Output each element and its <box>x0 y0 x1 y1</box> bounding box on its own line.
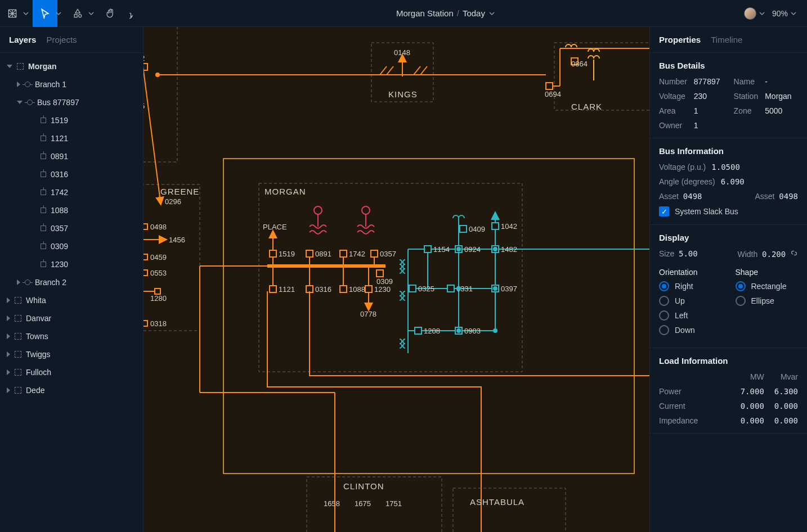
branch-icon <box>25 279 30 285</box>
tab-projects[interactable]: Projects <box>46 35 77 44</box>
section-bus-details: Bus Details Number 877897 Name - Voltage… <box>650 53 807 138</box>
radio-icon <box>736 296 746 306</box>
tab-properties[interactable]: Properties <box>659 35 701 44</box>
logo-menu[interactable] <box>0 0 33 27</box>
tree-station[interactable]: Whita <box>0 291 143 309</box>
label-angle: Angle (degrees) <box>659 177 715 186</box>
tree-node[interactable]: 1742 <box>0 183 143 201</box>
tree-station[interactable]: Fulloch <box>0 363 143 381</box>
radio-up[interactable]: Up <box>659 296 722 306</box>
hand-tool[interactable] <box>98 0 123 27</box>
svg-rect-27 <box>144 224 147 229</box>
tree-node[interactable]: 1519 <box>0 111 143 129</box>
tree-bus-877897[interactable]: Bus 877897 <box>0 93 143 111</box>
tree-station[interactable]: Twiggs <box>0 345 143 363</box>
tree-label: 1742 <box>51 188 68 197</box>
svg-text:PLACE: PLACE <box>263 223 287 231</box>
pointer-tool[interactable] <box>33 0 65 27</box>
user-menu[interactable] <box>744 7 765 20</box>
value-width[interactable]: 0.200 <box>762 250 786 259</box>
val-current-mw: 0.000 <box>741 402 764 411</box>
svg-text:1280: 1280 <box>150 294 167 303</box>
tree-branch-1[interactable]: Branch 1 <box>0 75 143 93</box>
tree-node[interactable]: 0357 <box>0 219 143 237</box>
radio-down[interactable]: Down <box>659 325 722 335</box>
svg-text:1456: 1456 <box>169 236 185 244</box>
comment-tool[interactable] <box>123 0 147 27</box>
tree-node[interactable]: 0891 <box>0 147 143 165</box>
caret-down-icon <box>7 65 12 68</box>
tree-node[interactable]: 1121 <box>0 129 143 147</box>
station-icon <box>15 369 21 376</box>
svg-rect-98 <box>447 285 454 292</box>
caret-right-icon <box>7 387 10 393</box>
svg-text:0924: 0924 <box>464 245 481 254</box>
tab-timeline[interactable]: Timeline <box>711 35 742 44</box>
svg-rect-60 <box>371 250 378 257</box>
layer-tree: Morgan Branch 1 Bus 877897 1519 1121 089… <box>0 53 143 404</box>
tree-label: Twiggs <box>26 350 51 359</box>
svg-rect-14 <box>546 83 553 89</box>
svg-rect-57 <box>340 250 347 257</box>
value-size[interactable]: 5.00 <box>679 249 698 258</box>
tree-station[interactable]: Danvar <box>0 309 143 327</box>
radio-left[interactable]: Left <box>659 310 722 321</box>
svg-rect-76 <box>376 270 383 277</box>
tree-root-morgan[interactable]: Morgan <box>0 57 143 75</box>
station-icon <box>15 387 21 394</box>
svg-point-111 <box>493 328 497 333</box>
zoom-control[interactable]: 90% <box>772 9 797 18</box>
svg-text:0553: 0553 <box>150 269 167 277</box>
label-name: Name <box>734 77 759 86</box>
svg-rect-102 <box>415 327 422 334</box>
svg-text:1482: 1482 <box>501 245 517 254</box>
branch-icon <box>25 82 30 87</box>
breadcrumb[interactable]: Morgan Station / Today <box>147 8 744 18</box>
section-title: Bus Details <box>659 61 798 70</box>
svg-text:1042: 1042 <box>501 222 517 231</box>
value-station: Morgan <box>765 92 798 101</box>
value-zone: 5000 <box>765 106 798 115</box>
diagram-canvas[interactable]: 2 5 0148 KINGS 0694 0864 CLARK <box>144 27 649 532</box>
section-title: Bus Information <box>659 146 798 156</box>
tree-node[interactable]: 0309 <box>0 237 143 255</box>
chevron-down-icon <box>790 10 797 17</box>
shapes-tool[interactable] <box>65 0 98 27</box>
section-bus-info: Bus Information Voltage (p.u.)1.0500 Ang… <box>650 138 807 225</box>
svg-text:0778: 0778 <box>360 310 376 318</box>
svg-point-2 <box>79 14 82 17</box>
link-icon[interactable] <box>790 249 798 257</box>
value-voltage: 230 <box>694 92 727 101</box>
tree-label: 0309 <box>51 242 68 251</box>
bus-icon <box>41 154 46 159</box>
section-display: Display Size 5.00 Width 0.200 Orientatio… <box>650 225 807 348</box>
group-title: Orientation <box>659 268 722 277</box>
bus-icon <box>41 208 46 213</box>
radio-rectangle[interactable]: Rectangle <box>736 281 799 291</box>
tree-node[interactable]: 0316 <box>0 165 143 183</box>
tree-station[interactable]: Towns <box>0 327 143 345</box>
tab-layers[interactable]: Layers <box>9 35 36 44</box>
svg-rect-40 <box>223 159 634 474</box>
tree-node[interactable]: 1088 <box>0 201 143 219</box>
tree-node[interactable]: 1230 <box>0 255 143 273</box>
tree-branch-2[interactable]: Branch 2 <box>0 273 143 291</box>
svg-text:1088: 1088 <box>349 285 365 294</box>
label-size: Size <box>659 249 674 258</box>
radio-right[interactable]: Right <box>659 281 722 291</box>
caret-right-icon <box>7 369 10 375</box>
label-asset: Asset <box>755 192 774 201</box>
tree-label: Bus 877897 <box>37 98 79 107</box>
checkbox-slack-bus[interactable]: ✓ System Slack Bus <box>659 206 798 217</box>
row-power: Power <box>659 387 730 396</box>
radio-label: Up <box>675 296 685 305</box>
tree-label: 1121 <box>51 134 68 143</box>
radio-ellipse[interactable]: Ellipse <box>736 296 799 306</box>
tree-station[interactable]: Dede <box>0 381 143 399</box>
station-icon <box>17 63 24 70</box>
svg-text:1121: 1121 <box>279 285 295 294</box>
radio-label: Right <box>675 282 693 291</box>
caret-right-icon <box>7 315 10 321</box>
section-load-info: Load Information MW Mvar Power 7.000 6.3… <box>650 348 807 434</box>
svg-rect-36 <box>155 288 160 294</box>
